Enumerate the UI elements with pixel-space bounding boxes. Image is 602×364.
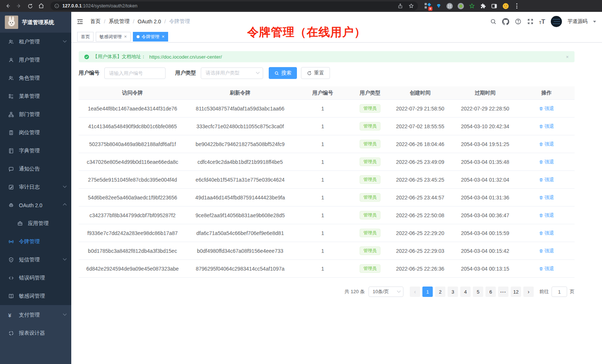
extension-star-icon[interactable] — [469, 3, 475, 9]
bookmark-star-icon[interactable] — [408, 3, 414, 9]
app-icon — [17, 221, 23, 226]
tag-sensitive-word[interactable]: 敏感词管理 — [96, 32, 131, 42]
doc-alert-link[interactable]: https://doc.iocoder.cn/user-center/ — [149, 54, 222, 60]
user-id-input[interactable] — [104, 67, 166, 79]
extension-grid-icon[interactable]: 9 — [425, 3, 431, 9]
active-dot-icon — [137, 35, 140, 38]
force-logout-button[interactable]: 强退 — [539, 141, 554, 148]
prev-page-button[interactable]: ‹ — [410, 287, 420, 297]
page-info-icon[interactable] — [54, 3, 59, 9]
app-title: 芋道管理系统 — [22, 19, 54, 26]
refresh-token-cell: cdfc4ce9c2da4bb1bdf21b9918ff4be5 — [186, 159, 294, 165]
user-icon — [8, 57, 14, 63]
tag-token[interactable]: 令牌管理 — [133, 32, 169, 42]
page-button-5[interactable]: 5 — [473, 287, 483, 297]
refresh-token-cell: e6cfd40eb1f54571a31e775e039c4624 — [186, 177, 294, 183]
tag-close-icon[interactable] — [162, 34, 165, 39]
table-row: 41c41346a548490f9dc8b01c6bfe0865 333ecfc… — [79, 118, 575, 135]
sidebar-item-post[interactable]: 岗位管理 — [0, 123, 71, 142]
tag-home[interactable]: 首页 — [77, 32, 94, 42]
sidebar-item-sensitive-word[interactable]: 敏感词管理 — [0, 287, 71, 305]
sidebar-item-menu[interactable]: 菜单管理 — [0, 87, 71, 105]
page-button-4[interactable]: 4 — [460, 287, 471, 297]
user-avatar[interactable] — [551, 16, 562, 27]
github-icon[interactable] — [502, 18, 509, 25]
force-logout-button[interactable]: 强退 — [539, 248, 554, 254]
user-id-cell: 1 — [294, 212, 351, 218]
sidebar-item-dict[interactable]: 字典管理 — [0, 142, 71, 160]
browser-forward-icon[interactable] — [14, 1, 24, 11]
sidebar-item-user[interactable]: 用户管理 — [0, 51, 71, 69]
create-time-cell: 2022-06-25 22:26:36 — [389, 266, 452, 272]
sidebar-item-tenant[interactable]: 租户管理 — [0, 33, 71, 51]
browser-reload-icon[interactable] — [25, 1, 35, 11]
user-type-select[interactable]: 请选择用户类型 — [201, 67, 263, 79]
alert-close-icon[interactable] — [566, 54, 569, 60]
search-button[interactable]: 搜索 — [269, 67, 297, 79]
extension-clover-icon[interactable] — [446, 3, 453, 9]
sidebar-item-error-code[interactable]: 错误码管理 — [0, 269, 71, 287]
help-icon[interactable] — [515, 18, 521, 25]
font-size-icon[interactable] — [539, 19, 546, 25]
sidebar-item-audit[interactable]: 审计日志 — [0, 178, 71, 196]
sidebar-item-notice[interactable]: 通知公告 — [0, 160, 71, 178]
page-button-6[interactable]: 6 — [485, 287, 496, 297]
access-token-cell: f9336e7c7dd242a283ee98dc86b17a87 — [79, 230, 186, 236]
access-token-cell: b0d1785bc3a8482f812db4a3f3bd15ec — [79, 248, 186, 254]
token-table: 访问令牌 刷新令牌 用户编号 用户类型 创建时间 过期时间 操作 1ea5e44… — [79, 86, 575, 278]
reset-button[interactable]: 重置 — [301, 67, 330, 79]
sidebar-item-sms[interactable]: 短信管理 — [0, 251, 71, 269]
username[interactable]: 芋道源码 — [567, 18, 588, 25]
profile-emoji-avatar[interactable] — [502, 3, 509, 10]
sidebar-item-pay[interactable]: 支付管理 — [0, 306, 71, 324]
page-size-select[interactable]: 10条/页 — [369, 287, 403, 297]
tenant-icon — [8, 39, 14, 45]
fullscreen-icon[interactable] — [527, 18, 534, 25]
filter-form: 用户编号 用户类型 请选择用户类型 搜索 重置 — [79, 67, 602, 79]
search-icon[interactable] — [490, 18, 497, 25]
extension-badge: 9 — [428, 7, 432, 11]
side-panel-icon[interactable] — [491, 3, 497, 9]
goto-page-input[interactable] — [552, 287, 567, 297]
breadcrumb-oauth[interactable]: OAuth 2.0 — [138, 19, 161, 24]
page-button-3[interactable]: 3 — [448, 287, 458, 297]
sidebar-collapse-icon[interactable] — [76, 18, 84, 25]
extensions-puzzle-icon[interactable] — [480, 3, 486, 9]
force-logout-button[interactable]: 强退 — [539, 230, 554, 236]
table-row: b0d1785bc3a8482f812db4a3f3bd15ec b0df498… — [79, 242, 575, 260]
sidebar-item-oauth[interactable]: OAuth 2.0 — [0, 196, 71, 214]
sidebar-item-oauth-token[interactable]: 令牌管理 — [0, 232, 71, 251]
page-button-12[interactable]: 12 — [511, 287, 521, 297]
page-button-1[interactable]: 1 — [422, 287, 433, 297]
share-icon[interactable] — [397, 3, 403, 9]
force-logout-button[interactable]: 强退 — [539, 176, 554, 183]
address-bar[interactable]: 127.0.0.1:1024/system/oauth2/token — [50, 1, 418, 10]
extension-record-icon[interactable] — [458, 3, 464, 9]
breadcrumb-home[interactable]: 首页 — [90, 18, 101, 25]
devtools-gem-icon[interactable] — [436, 3, 442, 9]
force-logout-button[interactable]: 强退 — [539, 105, 554, 112]
logo-avatar — [5, 16, 18, 29]
force-logout-button[interactable]: 强退 — [539, 159, 554, 165]
user-id-cell: 1 — [294, 266, 351, 272]
force-logout-button[interactable]: 强退 — [539, 123, 554, 130]
browser-back-icon[interactable] — [3, 1, 13, 11]
force-logout-button[interactable]: 强退 — [539, 212, 554, 219]
sidebar-item-report-designer[interactable]: 报表设计器 — [0, 324, 71, 342]
force-logout-button[interactable]: 强退 — [539, 194, 554, 201]
create-time-cell: 2022-06-25 23:49:09 — [389, 159, 452, 165]
browser-menu-icon[interactable] — [516, 3, 517, 9]
sidebar-item-oauth-app[interactable]: 应用管理 — [0, 214, 71, 232]
access-token-cell: c347026e805e4d99b0d116eae66eda8c — [79, 159, 186, 165]
breadcrumb-system[interactable]: 系统管理 — [109, 18, 130, 25]
more-pages-button[interactable] — [498, 287, 508, 297]
sidebar-item-role[interactable]: 角色管理 — [0, 69, 71, 87]
tag-close-icon[interactable] — [124, 34, 127, 39]
browser-home-icon[interactable] — [36, 1, 46, 11]
force-logout-button[interactable]: 强退 — [539, 265, 554, 272]
trash-icon — [539, 106, 543, 111]
next-page-button[interactable]: › — [523, 287, 534, 297]
user-menu-caret-icon[interactable] — [593, 21, 596, 23]
page-button-2[interactable]: 2 — [435, 287, 445, 297]
sidebar-item-dept[interactable]: 部门管理 — [0, 105, 71, 123]
